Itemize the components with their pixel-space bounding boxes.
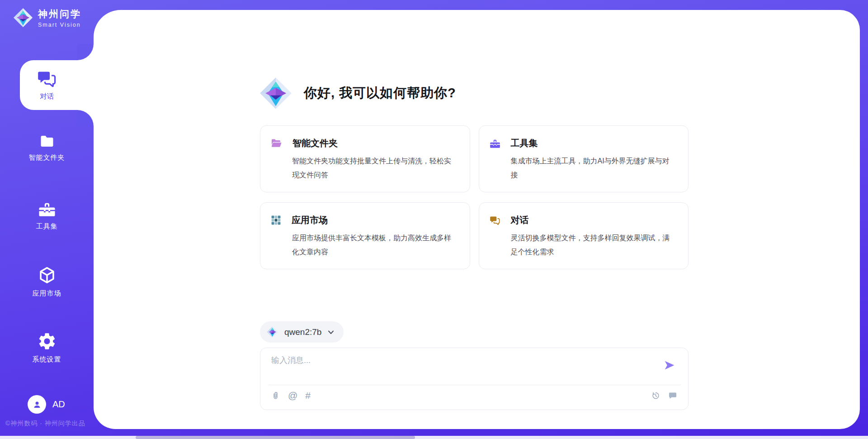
at-icon: @ — [288, 391, 297, 401]
attach-file-button[interactable] — [271, 390, 280, 401]
chevron-down-icon — [327, 329, 335, 336]
brand-name: 神州问学 — [38, 8, 81, 20]
chat-bubbles-icon — [37, 69, 57, 89]
person-icon — [32, 399, 42, 410]
grid-icon — [270, 215, 282, 226]
sidebar-item-app-market-label: 应用市场 — [33, 289, 61, 298]
card-title: 对话 — [511, 214, 529, 226]
topic-button[interactable]: # — [305, 391, 311, 401]
card-chat[interactable]: 对话 灵活切换多模型文件，支持多样回复效果调试，满足个性化需求 — [479, 202, 689, 269]
briefcase-icon — [489, 138, 501, 149]
mention-button[interactable]: @ — [288, 391, 297, 401]
tab-top-fillet — [77, 44, 94, 60]
sidebar-item-app-market[interactable]: 应用市场 — [0, 265, 94, 298]
card-description: 灵活切换多模型文件，支持多样回复效果调试，满足个性化需求 — [511, 231, 676, 259]
hash-icon: # — [305, 391, 311, 401]
paperclip-icon — [271, 390, 280, 401]
chat-bubbles-icon — [489, 215, 501, 226]
gem-diamond-logo-icon — [13, 7, 33, 28]
card-title: 应用市场 — [292, 214, 328, 226]
message-composer: @ # — [260, 348, 689, 410]
feature-cards: 智能文件夹 智能文件夹功能支持批量文件上传与清洗，轻松实现文件问答 工具集 集成… — [260, 125, 689, 269]
brand-logo: 神州问学 Smart Vision — [13, 7, 81, 28]
sidebar-item-chat-label: 对话 — [40, 92, 54, 101]
card-description: 应用市场提供丰富长文本模板，助力高效生成多样化文章内容 — [292, 231, 457, 259]
card-app-market[interactable]: 应用市场 应用市场提供丰富长文本模板，助力高效生成多样化文章内容 — [260, 202, 470, 269]
user-name: AD — [52, 399, 65, 410]
message-input[interactable] — [271, 355, 656, 381]
sidebar-item-smart-folder[interactable]: 智能文件夹 — [0, 133, 94, 162]
model-selector-value: qwen2:7b — [284, 327, 321, 337]
gem-diamond-logo-icon — [259, 76, 293, 110]
chat-bubble-icon — [668, 391, 678, 401]
history-icon — [651, 391, 660, 401]
sidebar-item-settings-label: 系统设置 — [33, 355, 61, 364]
horizontal-scrollbar-thumb[interactable] — [136, 436, 415, 439]
sidebar-item-toolset-label: 工具集 — [36, 222, 58, 231]
send-icon — [663, 358, 676, 372]
brand-subtitle: Smart Vision — [38, 22, 81, 28]
card-description: 智能文件夹功能支持批量文件上传与清洗，轻松实现文件问答 — [292, 154, 457, 182]
conversation-button[interactable] — [668, 391, 678, 401]
sidebar-item-smart-folder-label: 智能文件夹 — [29, 153, 65, 162]
avatar — [28, 395, 46, 414]
card-smart-folder[interactable]: 智能文件夹 智能文件夹功能支持批量文件上传与清洗，轻松实现文件问答 — [260, 125, 470, 192]
gem-diamond-logo-icon — [266, 326, 278, 338]
sidebar-item-toolset[interactable]: 工具集 — [0, 200, 94, 231]
greeting-block: 你好, 我可以如何帮助你? — [259, 76, 456, 110]
card-title: 工具集 — [511, 137, 538, 149]
sidebar-footer-text: ©神州数码 · 神州问学出品 — [5, 420, 85, 428]
gear-icon — [37, 331, 57, 351]
horizontal-scrollbar-track[interactable] — [0, 436, 868, 439]
card-title: 智能文件夹 — [292, 137, 338, 149]
tab-bottom-fillet — [77, 110, 94, 126]
toolbox-icon — [38, 200, 57, 218]
greeting-title: 你好, 我可以如何帮助你? — [304, 84, 456, 102]
send-button[interactable] — [662, 358, 677, 373]
user-account[interactable]: AD — [28, 395, 65, 414]
card-toolset[interactable]: 工具集 集成市场上主流工具，助力AI与外界无缝扩展与对接 — [479, 125, 689, 192]
folder-icon — [38, 133, 57, 149]
sidebar-item-chat[interactable]: 对话 — [20, 60, 95, 110]
sidebar-item-settings[interactable]: 系统设置 — [0, 331, 94, 364]
history-button[interactable] — [651, 391, 660, 401]
composer-divider — [269, 385, 681, 385]
folder-open-icon — [270, 138, 283, 149]
cube-icon — [37, 265, 57, 285]
card-description: 集成市场上主流工具，助力AI与外界无缝扩展与对接 — [511, 154, 676, 182]
model-selector[interactable]: qwen2:7b — [260, 321, 344, 343]
